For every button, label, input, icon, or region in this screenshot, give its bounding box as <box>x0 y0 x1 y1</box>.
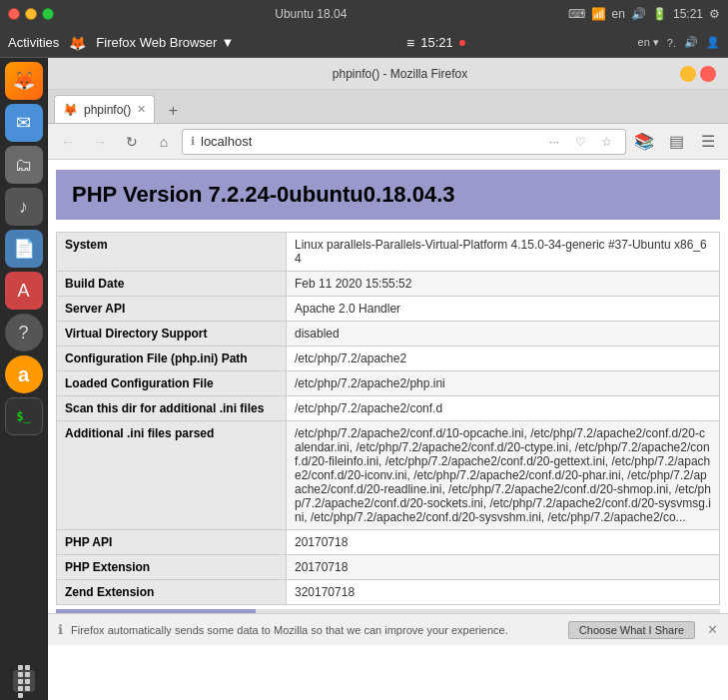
dock-help[interactable]: ? <box>5 314 43 351</box>
dock-email[interactable]: ✉ <box>5 104 43 142</box>
tab-title: phpinfo() <box>84 103 131 117</box>
table-cell-key: Scan this dir for additional .ini files <box>57 396 287 421</box>
system-bar: Ubuntu 18.04 ⌨ 📶 en 🔊 🔋 15:21 ⚙ <box>0 0 728 28</box>
table-cell-value: Apache 2.0 Handler <box>287 297 720 322</box>
forward-button[interactable]: → <box>86 128 114 156</box>
table-row: Build DateFeb 11 2020 15:55:52 <box>57 272 720 297</box>
reload-button[interactable]: ↻ <box>118 128 146 156</box>
bookmark-star-icon[interactable]: ☆ <box>595 131 617 153</box>
time-display: 15:21 <box>673 7 703 21</box>
dock-terminal[interactable]: $_ <box>5 397 43 435</box>
lang-taskbar: en ▾ <box>638 36 659 49</box>
hamburger-menu-icon[interactable]: ☰ <box>694 128 722 156</box>
active-tab[interactable]: 🦊 phpinfo() ✕ <box>54 95 155 123</box>
table-row: PHP Extension20170718 <box>57 555 720 580</box>
system-bar-left <box>8 8 54 20</box>
window-dots <box>8 8 54 20</box>
table-cell-value: 20170718 <box>287 530 720 555</box>
browser-name-label: Firefox Web Browser <box>96 35 217 50</box>
security-icon: ℹ <box>191 135 195 148</box>
table-cell-key: Build Date <box>57 272 287 297</box>
dock-apps-button[interactable] <box>13 670 35 692</box>
dock-font[interactable]: A <box>5 272 43 310</box>
table-cell-key: Zend Extension <box>57 580 287 605</box>
home-button[interactable]: ⌂ <box>150 128 178 156</box>
table-row: Loaded Configuration File/etc/php/7.2/ap… <box>57 371 720 396</box>
network-icon: 📶 <box>591 7 606 21</box>
library-icon[interactable]: 📚 <box>630 128 658 156</box>
battery-icon: 🔋 <box>652 7 667 21</box>
activities-bar: Activities 🦊 Firefox Web Browser ▼ ≡ 15:… <box>0 28 728 58</box>
notification-icon: ℹ <box>58 622 63 637</box>
close-button[interactable] <box>700 66 716 82</box>
table-row: Scan this dir for additional .ini files/… <box>57 396 720 421</box>
back-button[interactable]: ← <box>54 128 82 156</box>
table-cell-value: /etc/php/7.2/apache2 <box>287 347 720 371</box>
dot-close <box>8 8 20 20</box>
table-cell-key: Additional .ini files parsed <box>57 421 287 530</box>
php-header: PHP Version 7.2.24-0ubuntu0.18.04.3 <box>56 170 720 220</box>
minimize-button[interactable] <box>680 66 696 82</box>
table-row: PHP API20170718 <box>57 530 720 555</box>
table-row: Zend Extension320170718 <box>57 580 720 605</box>
table-cell-key: PHP API <box>57 530 287 555</box>
address-bar[interactable]: ℹ localhost ··· ♡ ☆ <box>182 129 626 155</box>
sound-taskbar-icon: 🔊 <box>684 36 698 49</box>
table-cell-key: Configuration File (php.ini) Path <box>57 347 287 371</box>
dot-max <box>42 8 54 20</box>
dock-text[interactable]: 📄 <box>5 230 43 268</box>
table-cell-value: /etc/php/7.2/apache2/php.ini <box>287 371 720 396</box>
table-row: Virtual Directory Supportdisabled <box>57 322 720 347</box>
new-tab-button[interactable]: + <box>161 99 185 123</box>
notification-text: Firefox automatically sends some data to… <box>71 624 560 636</box>
browser-menu[interactable]: Firefox Web Browser ▼ <box>96 35 234 50</box>
system-bar-title: Ubuntu 18.04 <box>275 7 347 21</box>
taskbar-right-icons: en ▾ ?. 🔊 👤 <box>638 36 720 49</box>
dock-sound[interactable]: ♪ <box>5 188 43 226</box>
keyboard-icon: ⌨ <box>568 7 585 21</box>
nav-bar: ← → ↻ ⌂ ℹ localhost ··· ♡ ☆ 📚 ▤ ☰ <box>48 124 728 160</box>
table-row: Server APIApache 2.0 Handler <box>57 297 720 322</box>
table-row: SystemLinux parallels-Parallels-Virtual-… <box>57 233 720 272</box>
reader-mode-icon[interactable]: ▤ <box>662 128 690 156</box>
activities-button[interactable]: Activities <box>8 35 59 50</box>
dock-amazon[interactable]: a <box>5 355 43 393</box>
table-cell-value: 20170718 <box>287 555 720 580</box>
dot-min <box>25 8 37 20</box>
window-title: phpinfo() - Mozilla Firefox <box>120 67 680 81</box>
url-display: localhost <box>201 134 537 149</box>
system-bar-right: ⌨ 📶 en 🔊 🔋 15:21 ⚙ <box>568 7 720 21</box>
browser-menu-chevron: ▼ <box>221 35 234 50</box>
tab-favicon: 🦊 <box>63 103 78 117</box>
choose-share-button[interactable]: Choose What I Share <box>568 621 695 639</box>
table-cell-value: disabled <box>287 322 720 347</box>
tab-close-button[interactable]: ✕ <box>137 103 146 116</box>
dock-firefox[interactable]: 🦊 <box>5 62 43 100</box>
window-controls <box>680 66 716 82</box>
table-cell-key: PHP Extension <box>57 555 287 580</box>
browser-window: phpinfo() - Mozilla Firefox 🦊 phpinfo() … <box>48 58 728 700</box>
table-cell-value: /etc/php/7.2/apache2/conf.d/10-opcache.i… <box>287 421 720 530</box>
table-cell-value: Linux parallels-Parallels-Virtual-Platfo… <box>287 233 720 272</box>
table-row: Configuration File (php.ini) Path/etc/ph… <box>57 347 720 371</box>
php-info-table: SystemLinux parallels-Parallels-Virtual-… <box>56 232 720 605</box>
taskbar-separator: ≡ <box>406 35 414 51</box>
bookmark-heart-icon[interactable]: ♡ <box>569 131 591 153</box>
table-cell-key: Loaded Configuration File <box>57 371 287 396</box>
user-icon: 👤 <box>706 36 720 49</box>
dock: 🦊 ✉ 🗂 ♪ 📄 A ? a $_ <box>0 58 48 700</box>
time-indicator-dot <box>459 40 465 46</box>
table-row: Additional .ini files parsed/etc/php/7.2… <box>57 421 720 530</box>
dock-files[interactable]: 🗂 <box>5 146 43 184</box>
ellipsis-icon[interactable]: ··· <box>543 131 565 153</box>
php-version-text: PHP Version 7.2.24-0ubuntu0.18.04.3 <box>72 182 704 208</box>
firefox-taskbar-icon: 🦊 <box>69 35 86 51</box>
table-cell-key: Server API <box>57 297 287 322</box>
notification-close-icon[interactable]: ✕ <box>707 622 718 637</box>
volume-icon: 🔊 <box>631 7 646 21</box>
table-cell-key: Virtual Directory Support <box>57 322 287 347</box>
table-cell-value: Feb 11 2020 15:55:52 <box>287 272 720 297</box>
main-layout: 🦊 ✉ 🗂 ♪ 📄 A ? a $_ phpinfo() - Mozilla F… <box>0 58 728 700</box>
question-icon: ?. <box>667 37 676 49</box>
notification-bar: ℹ Firefox automatically sends some data … <box>48 613 728 645</box>
